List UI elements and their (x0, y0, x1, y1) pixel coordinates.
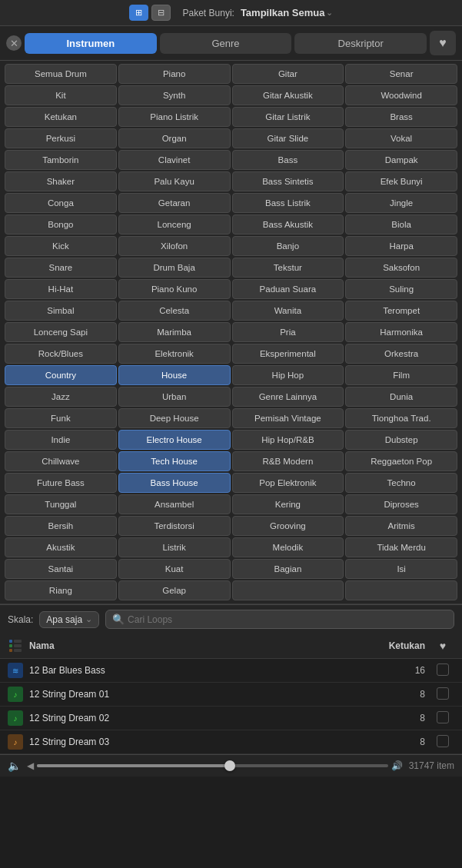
list-item[interactable]: ♪ 12 String Dream 01 8 (0, 683, 462, 707)
row-heart[interactable] (431, 663, 454, 678)
paket-select-wrapper[interactable]: Tampilkan Semua ⌄ (241, 7, 334, 18)
grid-cell[interactable]: Tamborin (5, 150, 117, 170)
grid-cell[interactable]: Dampak (345, 150, 457, 170)
heart-checkbox[interactable] (437, 663, 449, 676)
search-bar[interactable]: 🔍 (105, 610, 454, 629)
grid-cell[interactable]: Kick (5, 236, 117, 256)
grid-cell[interactable]: Orkestra (345, 344, 457, 364)
grid-cell[interactable]: Diproses (345, 494, 457, 514)
grid-cell[interactable] (232, 580, 344, 600)
grid-cell[interactable]: Piano Kuno (118, 279, 231, 299)
grid-cell[interactable]: Drum Baja (118, 258, 231, 278)
grid-cell[interactable]: Hip Hop/R&B (232, 430, 344, 450)
grid-cell[interactable]: Bass (232, 150, 344, 170)
grid-cell[interactable]: Gitar (232, 64, 344, 84)
grid-cell[interactable]: R&B Modern (232, 451, 344, 471)
grid-cell[interactable]: Brass (345, 107, 457, 127)
grid-cell[interactable]: Jazz (5, 387, 117, 407)
grid-cell[interactable]: Gitar Slide (232, 128, 344, 148)
grid-cell[interactable] (345, 580, 457, 600)
grid-cell[interactable]: Santai (5, 559, 117, 579)
row-heart[interactable] (431, 687, 454, 702)
grid-cell[interactable]: Efek Bunyi (345, 171, 457, 191)
row-heart[interactable] (431, 735, 454, 750)
grid-cell[interactable]: Riang (5, 580, 117, 600)
list-item[interactable]: ≋ 12 Bar Blues Bass 16 (0, 659, 462, 683)
grid-cell[interactable]: Banjo (232, 236, 344, 256)
grid-cell[interactable]: Vokal (345, 128, 457, 148)
grid-cell[interactable]: Chillwave (5, 451, 117, 471)
grid-cell[interactable]: Aritmis (345, 516, 457, 536)
grid-cell[interactable]: Wanita (232, 301, 344, 321)
col-heart-header[interactable]: ♥ (431, 640, 454, 652)
grid-cell[interactable]: Conga (5, 193, 117, 213)
grid-cell[interactable]: Grooving (232, 516, 344, 536)
grid-cell[interactable]: Bass Akustik (232, 215, 344, 234)
list-item[interactable]: ♪ 12 String Dream 03 8 (0, 730, 462, 754)
grid-cell[interactable]: Bass Listrik (232, 193, 344, 213)
grid-cell[interactable]: Biola (345, 215, 457, 234)
tab-genre[interactable]: Genre (160, 33, 292, 54)
grid-cell[interactable]: Isi (345, 559, 457, 579)
grid-cell[interactable]: Tech House (118, 451, 231, 471)
grid-cell[interactable]: Tunggal (5, 494, 117, 514)
close-button[interactable]: ✕ (6, 35, 22, 51)
grid-cell[interactable]: Melodik (232, 537, 344, 557)
grid-cell[interactable]: Reggaeton Pop (345, 451, 457, 471)
grid-cell[interactable]: Piano (118, 64, 231, 84)
grid-cell[interactable]: Snare (5, 258, 117, 278)
row-heart[interactable] (431, 711, 454, 726)
grid-cell[interactable]: Simbal (5, 301, 117, 321)
heart-checkbox[interactable] (437, 735, 449, 747)
grid-cell[interactable]: Bersih (5, 516, 117, 536)
grid-cell[interactable]: Terompet (345, 301, 457, 321)
tab-deskriptor[interactable]: Deskriptor (294, 33, 427, 54)
volume-slider[interactable]: ◀ 🔊 (27, 760, 403, 771)
grid-cell[interactable]: Hip Hop (232, 365, 344, 385)
grid-cell[interactable]: Deep House (118, 408, 231, 428)
grid-cell[interactable]: Rock/Blues (5, 344, 117, 364)
grid-cell[interactable]: Semua Drum (5, 64, 117, 84)
grid-cell[interactable]: Listrik (118, 537, 231, 557)
grid-cell[interactable]: Hi-Hat (5, 279, 117, 299)
grid-cell[interactable]: Ketukan (5, 107, 117, 127)
grid-cell[interactable]: Elektronik (118, 344, 231, 364)
skala-select[interactable]: Apa saja ⌄ (39, 611, 99, 628)
grid-cell[interactable]: Senar (345, 64, 457, 84)
grid-cell[interactable]: Film (345, 365, 457, 385)
grid-cell[interactable]: Palu Kayu (118, 171, 231, 191)
grid-cell[interactable]: Marimba (118, 322, 231, 342)
grid-cell[interactable]: Xilofon (118, 236, 231, 256)
grid-cell[interactable]: Paduan Suara (232, 279, 344, 299)
grid-cell[interactable]: Future Bass (5, 473, 117, 493)
grid-cell[interactable]: Celesta (118, 301, 231, 321)
grid-cell[interactable]: Synth (118, 85, 231, 105)
heart-checkbox[interactable] (437, 711, 449, 723)
favorites-button[interactable]: ♥ (430, 31, 456, 55)
grid-cell[interactable]: Saksofon (345, 258, 457, 278)
grid-cell[interactable]: House (118, 365, 231, 385)
grid-cell[interactable]: Techno (345, 473, 457, 493)
grid-cell[interactable]: Lonceng (118, 215, 231, 234)
grid-cell[interactable]: Akustik (5, 537, 117, 557)
grid-cell[interactable]: Gitar Akustik (232, 85, 344, 105)
slider-thumb[interactable] (224, 760, 235, 771)
grid-cell[interactable]: Eksperimental (232, 344, 344, 364)
view-btn-grid[interactable]: ⊞ (129, 5, 148, 21)
grid-cell[interactable]: Bagian (232, 559, 344, 579)
list-item[interactable]: ♪ 12 String Dream 02 8 (0, 707, 462, 730)
tab-instrumen[interactable]: Instrumen (25, 33, 157, 54)
grid-cell[interactable]: Kuat (118, 559, 231, 579)
grid-cell[interactable]: Dubstep (345, 430, 457, 450)
grid-cell[interactable]: Organ (118, 128, 231, 148)
view-btn-list[interactable]: ⊟ (151, 5, 171, 21)
grid-cell[interactable]: Terdistorsi (118, 516, 231, 536)
grid-cell[interactable]: Pria (232, 322, 344, 342)
grid-cell[interactable]: Pemisah Vintage (232, 408, 344, 428)
grid-cell[interactable]: Genre Lainnya (232, 387, 344, 407)
grid-cell[interactable]: Bass House (118, 473, 231, 493)
grid-cell[interactable]: Suling (345, 279, 457, 299)
grid-cell[interactable]: Bongo (5, 215, 117, 234)
grid-cell[interactable]: Kering (232, 494, 344, 514)
grid-cell[interactable]: Harmonika (345, 322, 457, 342)
